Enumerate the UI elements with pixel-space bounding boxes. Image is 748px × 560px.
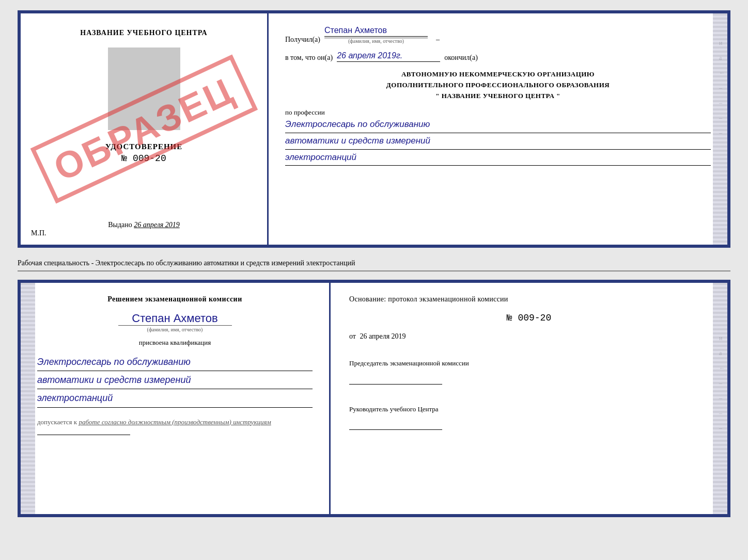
received-row: Получил(а) Степан Ахметов (фамилия, имя,… [285, 26, 711, 44]
cert-type-label: УДОСТОВЕРЕНИЕ [105, 142, 183, 151]
photo-placeholder [108, 47, 180, 130]
separator-text: Рабочая специальность - Электрослесарь п… [18, 256, 730, 271]
profession-label: по профессии [285, 108, 711, 117]
profession-line2: автоматики и средств измерений [285, 133, 711, 150]
received-label: Получил(а) [285, 36, 320, 44]
qual-line3: электростанций [37, 389, 313, 407]
допуск-label: допускается к [37, 418, 77, 426]
top-left-title: НАЗВАНИЕ УЧЕБНОГО ЦЕНТРА [80, 29, 207, 37]
bottom-left-sign-line [37, 435, 130, 435]
bottom-left-panel: Решением экзаменационной комиссии Степан… [21, 283, 331, 514]
top-document: НАЗВАНИЕ УЧЕБНОГО ЦЕНТРА УДОСТОВЕРЕНИЕ №… [18, 10, 730, 248]
org-line2: ДОПОЛНИТЕЛЬНОГО ПРОФЕССИОНАЛЬНОГО ОБРАЗО… [285, 80, 711, 91]
cert-number: № 009-20 [121, 153, 166, 164]
protocol-number: № 009-20 [349, 313, 709, 323]
bottom-person-block: Степан Ахметов (фамилия, имя, отчество) [37, 310, 313, 332]
top-left-panel: НАЗВАНИЕ УЧЕБНОГО ЦЕНТРА УДОСТОВЕРЕНИЕ №… [21, 13, 269, 245]
bottom-person-name: Степан Ахметов [132, 312, 217, 325]
profession-line3: электростанций [285, 150, 711, 166]
chairman-block: Председатель экзаменационной комиссии [349, 358, 709, 385]
binding-left-bottom [21, 283, 35, 514]
decision-title: Решением экзаменационной комиссии [37, 295, 313, 303]
qualification-label: присвоена квалификация [37, 339, 313, 347]
issued-label: Выдано [108, 221, 132, 229]
head-label: Руководитель учебного Центра [349, 404, 709, 414]
finished-label: окончил(а) [444, 54, 478, 62]
qual-line2: автоматики и средств измерений [37, 371, 313, 389]
completion-date: 26 апреля 2019г. [337, 51, 440, 62]
date-from-label: от [349, 332, 356, 340]
допуск-value: работе согласно должностным (производств… [79, 418, 271, 426]
protocol-date-value: 26 апреля 2019 [360, 332, 406, 340]
person-name-value: Степан Ахметов [324, 26, 428, 37]
bottom-right-panel: Основание: протокол экзаменационной коми… [331, 283, 727, 514]
osnov-label: Основание: протокол экзаменационной коми… [349, 295, 709, 303]
head-sign-line [349, 429, 442, 430]
bottom-person-subtext: (фамилия, имя, отчество) [118, 325, 232, 332]
org-line1: АВТОНОМНУЮ НЕКОММЕРЧЕСКУЮ ОРГАНИЗАЦИЮ [285, 69, 711, 80]
head-block: Руководитель учебного Центра [349, 404, 709, 430]
profession-section: по профессии Электрослесарь по обслужива… [285, 108, 711, 166]
cert-issued: Выдано 26 апреля 2019 [108, 221, 180, 229]
in-that-label: в том, что он(а) [285, 54, 333, 62]
binding-right-top [713, 13, 727, 245]
chairman-sign-line [349, 384, 442, 385]
mp-label: М.П. [31, 229, 46, 237]
qual-line1: Электрослесарь по обслуживанию [37, 353, 313, 371]
person-subtext: (фамилия, имя, отчество) [324, 38, 428, 44]
issued-date: 26 апреля 2019 [134, 221, 179, 229]
chairman-label: Председатель экзаменационной комиссии [349, 358, 709, 369]
protocol-date: от 26 апреля 2019 [349, 332, 709, 341]
org-block: АВТОНОМНУЮ НЕКОММЕРЧЕСКУЮ ОРГАНИЗАЦИЮ ДО… [285, 69, 711, 101]
in-that-row: в том, что он(а) 26 апреля 2019г. окончи… [285, 51, 711, 62]
qualification-section: Электрослесарь по обслуживанию автоматик… [37, 353, 313, 408]
binding-right-bottom [713, 283, 727, 514]
допуск-row: допускается к работе согласно должностны… [37, 418, 313, 426]
person-name-block: Степан Ахметов (фамилия, имя, отчество) [324, 26, 428, 44]
profession-line1: Электрослесарь по обслуживанию [285, 117, 711, 133]
dash-separator: – [436, 36, 440, 44]
org-line3: " НАЗВАНИЕ УЧЕБНОГО ЦЕНТРА " [285, 91, 711, 102]
bottom-document: Решением экзаменационной комиссии Степан… [18, 280, 730, 517]
top-right-panel: Получил(а) Степан Ахметов (фамилия, имя,… [269, 13, 727, 245]
